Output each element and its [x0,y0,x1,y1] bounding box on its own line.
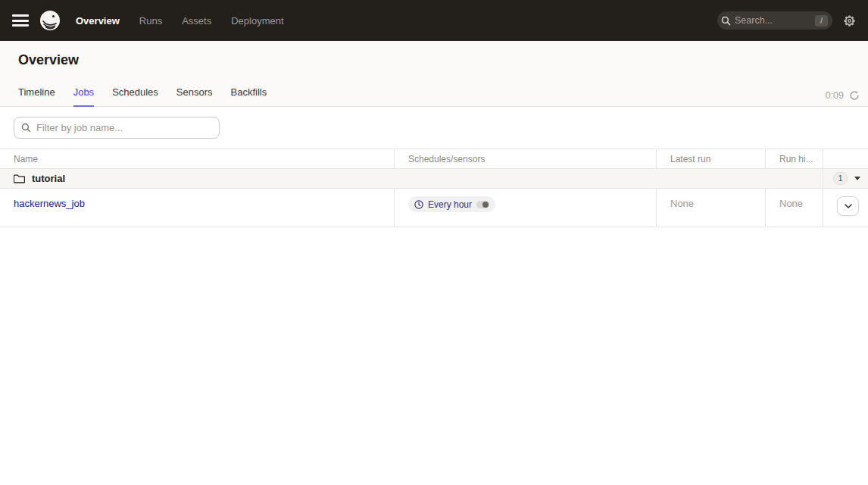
job-name-link[interactable]: hackernews_job [14,198,85,209]
job-count-badge: 1 [833,172,848,185]
search-icon [21,123,31,133]
filter-row [0,107,868,139]
table-row: hackernews_job Every hour None None [0,189,868,227]
column-header-name: Name [0,149,394,168]
row-menu-button[interactable] [837,196,859,216]
table-header-row: Name Schedules/sensors Latest run Run hi… [0,149,868,169]
repo-group-row[interactable]: tutorial 1 [0,169,868,189]
job-filter[interactable] [14,117,220,139]
tab-schedules[interactable]: Schedules [112,86,158,107]
tab-jobs[interactable]: Jobs [73,86,94,107]
refresh-countdown: 0:09 [826,90,844,101]
nav-item-assets[interactable]: Assets [182,15,211,27]
tab-backfills[interactable]: Backfills [231,86,267,107]
repo-group-label: tutorial [0,173,823,184]
refresh-icon[interactable] [849,90,860,101]
jobs-table: Name Schedules/sensors Latest run Run hi… [0,149,868,227]
gear-icon[interactable] [843,14,856,27]
group-controls: 1 [823,169,868,188]
latest-run-value: None [670,198,694,209]
job-filter-input[interactable] [36,122,212,133]
top-navigation-bar: Overview Runs Assets Deployment / [0,0,868,41]
nav-item-deployment[interactable]: Deployment [231,15,283,27]
top-nav-links: Overview Runs Assets Deployment [76,15,284,27]
folder-icon [14,174,25,183]
global-search[interactable]: / [717,11,832,30]
search-icon [721,16,731,26]
schedule-tag[interactable]: Every hour [408,196,495,212]
schedule-toggle-icon[interactable] [476,201,489,208]
run-history-value: None [779,198,803,209]
column-header-latest-run: Latest run [656,149,765,168]
menu-icon[interactable] [12,14,29,27]
nav-item-runs[interactable]: Runs [139,15,162,27]
column-header-actions [823,149,868,168]
tab-sensors[interactable]: Sensors [176,86,213,107]
page-header: Overview Timeline Jobs Schedules Sensors… [0,41,868,107]
auto-refresh: 0:09 [826,90,860,101]
clock-icon [414,200,423,209]
slash-shortcut-badge: / [815,15,828,27]
dagster-logo[interactable] [39,10,61,31]
page-title: Overview [18,41,850,68]
group-name: tutorial [32,173,65,184]
chevron-down-icon [845,204,852,208]
column-header-schedules: Schedules/sensors [394,149,656,168]
search-input[interactable] [735,15,811,26]
tab-timeline[interactable]: Timeline [18,86,55,107]
schedule-label: Every hour [428,199,472,210]
caret-down-icon[interactable] [854,177,860,180]
column-header-run-history: Run hi... [765,149,823,168]
nav-item-overview[interactable]: Overview [76,15,120,27]
overview-tabs: Timeline Jobs Schedules Sensors Backfill… [18,86,267,107]
